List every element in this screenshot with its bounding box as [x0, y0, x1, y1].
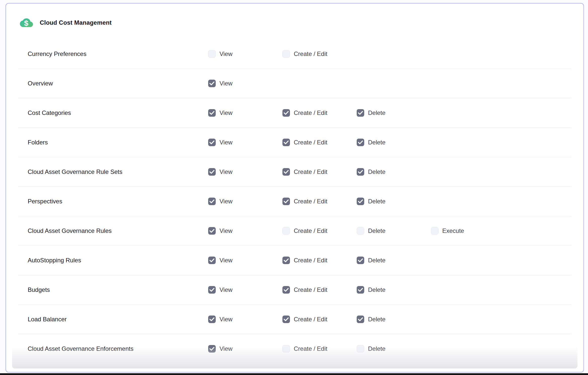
checkbox-execute[interactable] [431, 227, 438, 235]
permission-label-delete: Delete [368, 139, 385, 146]
resource-label: Cloud Asset Governance Rule Sets [18, 168, 208, 175]
permission-cell-delete [357, 54, 431, 54]
permission-toggle: Delete [357, 345, 431, 353]
check-icon [209, 139, 215, 145]
checkbox-delete[interactable] [357, 286, 364, 294]
check-icon [357, 257, 363, 263]
permission-toggle: Delete [357, 198, 431, 205]
checkbox-create_edit[interactable] [282, 227, 290, 235]
checkbox-view[interactable] [208, 227, 216, 235]
checkbox-view[interactable] [208, 80, 216, 87]
permission-row: Overview View [18, 69, 571, 98]
permission-toggle: View [208, 345, 282, 353]
check-icon [209, 257, 215, 263]
permission-row: Cloud Asset Governance Rules View Create… [18, 216, 571, 245]
permission-cell-create_edit: Create / Edit [282, 227, 357, 235]
checkbox-create_edit[interactable] [282, 109, 290, 117]
checkbox-view[interactable] [208, 139, 216, 146]
permission-cell-delete: Delete [357, 286, 431, 294]
checkbox-create_edit[interactable] [282, 50, 290, 58]
permission-cell-view: View [208, 227, 282, 235]
page-title: Cloud Cost Management [40, 19, 112, 26]
checkbox-view[interactable] [208, 257, 216, 264]
permission-toggle: Delete [357, 286, 431, 294]
checkbox-delete[interactable] [357, 109, 364, 117]
checkbox-delete[interactable] [357, 257, 364, 264]
permission-toggle: View [208, 168, 282, 176]
permission-row: Load Balancer View Create / Edit Delete [18, 304, 571, 334]
permission-label-execute: Execute [442, 227, 464, 234]
permission-cell-execute [431, 113, 571, 113]
permission-row: Perspectives View Create / Edit Delete [18, 186, 571, 216]
permission-label-create_edit: Create / Edit [294, 227, 327, 234]
checkbox-view[interactable] [208, 316, 216, 323]
permission-toggle: View [208, 109, 282, 117]
checkbox-delete[interactable] [357, 316, 364, 323]
checkbox-delete[interactable] [357, 227, 364, 235]
checkbox-create_edit[interactable] [282, 257, 290, 264]
permission-toggle: Delete [357, 168, 431, 176]
checkbox-create_edit[interactable] [282, 139, 290, 146]
checkbox-view[interactable] [208, 286, 216, 294]
permission-label-view: View [219, 109, 233, 116]
permission-row: AutoStopping Rules View Create / Edit De… [18, 245, 571, 275]
check-icon [209, 346, 215, 352]
resource-label: Folders [18, 139, 208, 146]
check-icon [357, 110, 363, 116]
permission-toggle: Delete [357, 257, 431, 264]
permission-row: Budgets View Create / Edit Delete [18, 275, 571, 304]
checkbox-delete[interactable] [357, 345, 364, 353]
check-icon [209, 316, 215, 322]
permission-cell-execute [431, 349, 571, 349]
permission-label-view: View [219, 139, 233, 146]
permission-label-delete: Delete [368, 227, 385, 234]
screen-bottom-edge [0, 373, 588, 375]
permission-label-delete: Delete [368, 198, 385, 205]
checkbox-delete[interactable] [357, 139, 364, 146]
cloud-dollar-icon: $ [19, 16, 34, 29]
permission-toggle: Create / Edit [282, 50, 357, 58]
resource-label: Overview [18, 80, 208, 87]
permission-cell-create_edit [282, 83, 357, 84]
check-icon [209, 198, 215, 204]
checkbox-create_edit[interactable] [282, 316, 290, 323]
checkbox-view[interactable] [208, 168, 216, 176]
permission-toggle: Delete [357, 227, 431, 235]
permission-toggle: View [208, 198, 282, 205]
checkbox-delete[interactable] [357, 198, 364, 205]
permission-toggle: Create / Edit [282, 286, 357, 294]
permission-cell-execute [431, 260, 571, 261]
permission-label-view: View [219, 345, 233, 352]
checkbox-view[interactable] [208, 109, 216, 117]
permission-cell-view: View [208, 139, 282, 146]
permission-row: Currency Preferences View Create / Edit [18, 39, 571, 69]
permission-row: Folders View Create / Edit Delete [18, 128, 571, 157]
checkbox-delete[interactable] [357, 168, 364, 176]
permission-label-view: View [219, 50, 233, 57]
check-icon [357, 287, 363, 293]
resource-label: Load Balancer [18, 316, 208, 323]
permission-label-delete: Delete [368, 109, 385, 116]
permission-toggle: Create / Edit [282, 168, 357, 176]
check-icon [357, 169, 363, 175]
checkbox-view[interactable] [208, 198, 216, 205]
permission-cell-view: View [208, 198, 282, 205]
resource-label: Cloud Asset Governance Enforcements [18, 345, 208, 352]
resource-label: Cost Categories [18, 109, 208, 116]
permission-toggle: Delete [357, 139, 431, 146]
permission-label-view: View [219, 227, 233, 234]
permission-cell-delete: Delete [357, 345, 431, 353]
checkbox-view[interactable] [208, 345, 216, 353]
checkbox-create_edit[interactable] [282, 168, 290, 176]
permission-label-delete: Delete [368, 257, 385, 264]
checkbox-view[interactable] [208, 50, 216, 58]
permission-toggle: Create / Edit [282, 345, 357, 353]
check-icon [357, 316, 363, 322]
checkbox-create_edit[interactable] [282, 345, 290, 353]
checkbox-create_edit[interactable] [282, 198, 290, 205]
permission-cell-delete: Delete [357, 168, 431, 176]
permission-cell-create_edit: Create / Edit [282, 198, 357, 205]
checkbox-create_edit[interactable] [282, 286, 290, 294]
permission-label-view: View [219, 316, 233, 323]
permission-cell-delete: Delete [357, 139, 431, 146]
